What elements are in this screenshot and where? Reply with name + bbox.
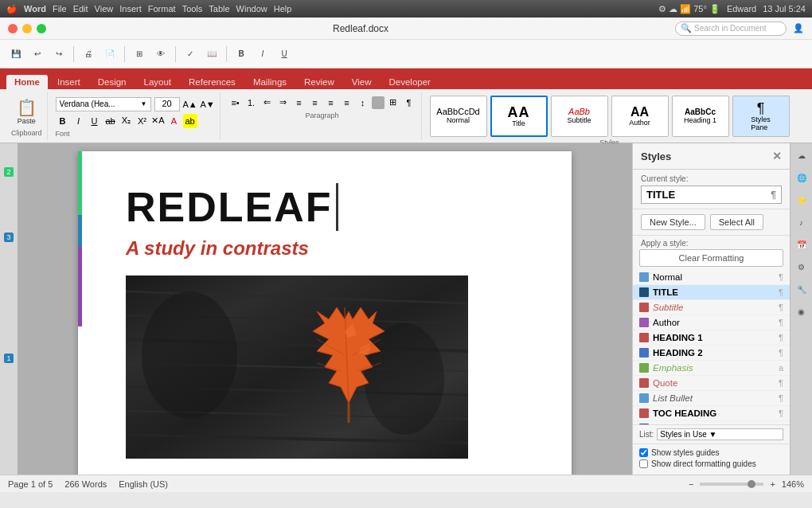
style-subtitle-box[interactable]: AaBb Subtitle [551,96,608,137]
list-type-selector[interactable]: Styles in Use ▼ [657,428,783,440]
style-heading1-box[interactable]: AaBbCc Heading 1 [672,96,729,137]
undo-icon[interactable]: ↩ [28,45,47,64]
redo-icon[interactable]: ↪ [49,45,68,64]
music-icon[interactable]: ♪ [794,214,810,230]
style-item-listbullet[interactable]: List Bullet ¶ [633,391,790,406]
increase-font-btn[interactable]: A▲ [183,97,197,111]
menu-insert[interactable]: Insert [119,4,142,14]
settings-icon[interactable]: ⚙ [794,259,810,275]
italic-button[interactable]: I [72,114,86,128]
style-item-heading1[interactable]: HEADING 1 ¶ [633,330,790,346]
tab-review[interactable]: Review [296,75,342,89]
style-item-emphasis[interactable]: Emphasis a [633,361,790,376]
line-spacing-btn[interactable]: ↕ [356,96,370,110]
tools-icon[interactable]: 🔧 [794,281,810,297]
ribbon-tab-bar[interactable]: Home Insert Design Layout References Mai… [0,68,812,89]
menu-format[interactable]: Format [148,4,176,14]
tab-home[interactable]: Home [6,75,48,89]
menu-table[interactable]: Table [209,4,229,14]
zoom-slider[interactable] [700,483,763,486]
minimize-window-button[interactable] [22,24,32,33]
align-center-btn[interactable]: ≡ [308,96,322,110]
maximize-window-button[interactable] [37,24,46,33]
show-formatting-btn[interactable]: ¶ [402,96,416,110]
indent-increase-btn[interactable]: ⇒ [276,96,291,110]
borders-btn[interactable]: ⊞ [386,96,400,110]
document-subtitle[interactable]: A study in contrasts [126,237,524,260]
font-size-input[interactable]: 20 [154,97,180,111]
user-avatar-icon[interactable]: 👤 [793,23,804,33]
font-family-selector[interactable]: Verdana (Hea... ▼ [56,97,151,111]
justify-btn[interactable]: ≡ [340,96,354,110]
align-left-btn[interactable]: ≡ [292,96,306,110]
menu-word[interactable]: Word [24,4,46,14]
close-window-button[interactable] [8,24,18,33]
indent-decrease-btn[interactable]: ⇐ [260,96,275,110]
quick-access-toolbar[interactable]: 💾 ↩ ↪ 🖨 📄 ⊞ 👁 ✓ 📖 B I U [0,40,812,68]
paste-button[interactable]: 📋 Paste [13,96,41,127]
font-color-button[interactable]: A [167,114,182,128]
font-dropdown-icon[interactable]: ▼ [141,100,147,107]
italic-toolbar-icon[interactable]: I [253,45,272,64]
tab-design[interactable]: Design [90,75,135,89]
highlight-button[interactable]: ab [183,114,197,128]
styles-gallery[interactable]: AaBbCcDd Normal AA Title AaBb Subtitle A… [430,96,790,137]
view-icon[interactable]: 👁 [151,45,170,64]
styles-list[interactable]: Normal ¶ TITLE ¶ Subtitle ¶ [633,270,790,425]
style-author-box[interactable]: AA Author [611,96,669,137]
menu-window[interactable]: Window [236,4,267,14]
style-styles-pane-box[interactable]: ¶ StylesPane [732,96,790,137]
underline-toolbar-icon[interactable]: U [275,45,294,64]
style-item-author[interactable]: Author ¶ [633,315,790,330]
apple-icon[interactable]: 🍎 [6,4,18,14]
strikethrough-button[interactable]: ab [103,114,118,128]
menu-edit[interactable]: Edit [73,4,88,14]
bold-toolbar-icon[interactable]: B [232,45,251,64]
bold-button[interactable]: B [56,114,70,128]
tab-insert[interactable]: Insert [49,75,88,89]
show-style-guides-checkbox[interactable] [639,448,648,457]
new-doc-icon[interactable]: 📄 [100,45,119,64]
new-style-button[interactable]: New Style... [641,214,705,230]
bullets-button[interactable]: ≡• [228,96,243,110]
zoom-in-icon[interactable]: + [770,479,775,489]
style-item-quote[interactable]: Quote ¶ [633,376,790,391]
document-main-title[interactable]: REDLEAF [126,183,338,231]
style-item-title[interactable]: TITLE ¶ [633,285,790,300]
superscript-button[interactable]: X² [135,114,150,128]
star-icon[interactable]: ⭐ [794,192,810,208]
layout-view-icon[interactable]: ⊞ [130,45,149,64]
circle-icon[interactable]: ◉ [794,303,810,319]
style-item-subtitle[interactable]: Subtitle ¶ [633,300,790,315]
numbering-button[interactable]: 1. [244,96,259,110]
clear-format-button[interactable]: ✕A [151,114,166,128]
show-direct-formatting-checkbox[interactable] [639,459,648,468]
shading-btn[interactable] [372,96,385,109]
styles-pane-close-button[interactable]: ✕ [772,150,782,162]
tab-view[interactable]: View [344,75,380,89]
search-input[interactable]: 🔍 Search in Document [675,21,787,36]
style-item-normal[interactable]: Normal ¶ [633,270,790,285]
mac-menu-left[interactable]: 🍎 Word File Edit View Insert Format Tool… [6,4,291,14]
zoom-out-icon[interactable]: − [689,479,693,489]
decrease-font-btn[interactable]: A▼ [201,97,215,111]
menu-help[interactable]: Help [274,4,292,14]
style-item-tocheading[interactable]: TOC HEADING ¶ [633,406,790,421]
clear-formatting-button[interactable]: Clear Formatting [639,249,783,267]
menu-view[interactable]: View [95,4,114,14]
menu-file[interactable]: File [53,4,67,14]
style-item-heading2[interactable]: HEADING 2 ¶ [633,346,790,361]
tab-layout[interactable]: Layout [136,75,180,89]
cloud-icon[interactable]: ☁ [794,147,810,163]
calendar-icon[interactable]: 📅 [794,236,810,252]
tab-developer[interactable]: Developer [381,75,439,89]
document-canvas[interactable]: REDLEAF A study in contrasts [18,143,632,475]
browser-icon[interactable]: 🌐 [794,170,810,186]
tab-references[interactable]: References [181,75,244,89]
style-title-box[interactable]: AA Title [490,96,548,137]
subscript-button[interactable]: X₂ [119,114,134,128]
select-all-button[interactable]: Select All [710,214,763,230]
tab-mailings[interactable]: Mailings [245,75,295,89]
align-right-btn[interactable]: ≡ [324,96,338,110]
thesaurus-icon[interactable]: 📖 [202,45,221,64]
